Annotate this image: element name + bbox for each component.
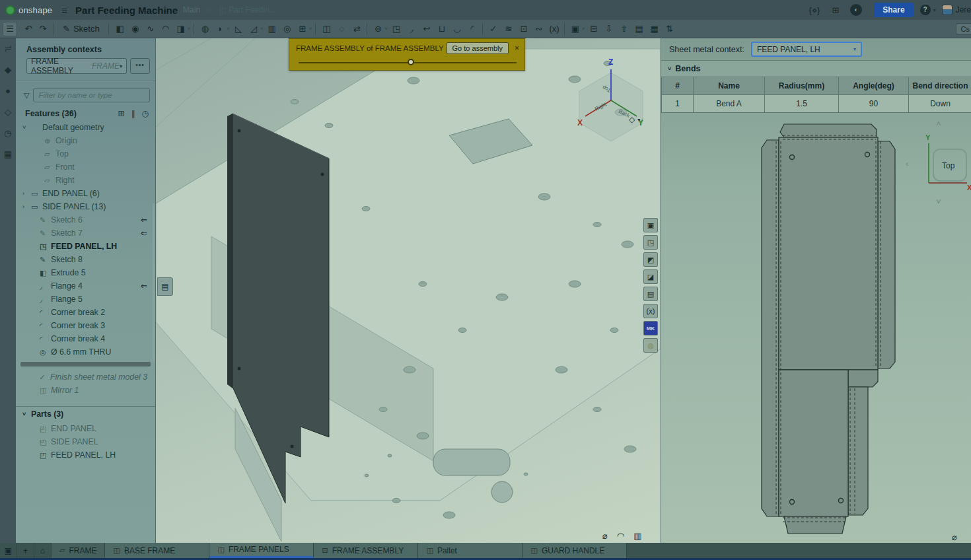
viewport-tool-button[interactable]: (x)	[643, 304, 658, 318]
feature-tree-item[interactable]: › ▭ END PANEL (6)	[16, 187, 155, 200]
context-slider-knob[interactable]	[408, 59, 414, 65]
toolbar-tool-icon[interactable]: ⊞	[295, 22, 310, 35]
feature-tree-item[interactable]: ◳ FEED PANEL, LH	[16, 240, 155, 253]
featurescript-icon[interactable]: {⋄}	[809, 5, 820, 15]
onshape-logo-icon[interactable]	[5, 5, 15, 15]
ai-assistant-icon[interactable]: ◐	[850, 4, 862, 16]
toolbar-tool-icon[interactable]: ⇄	[349, 22, 365, 35]
bend-row[interactable]: 1 Bend A 1.5 90 Down	[662, 94, 971, 112]
measure-tool-icon[interactable]: ◠	[617, 531, 624, 541]
strip-icon[interactable]: ◷	[4, 128, 11, 138]
bend-name[interactable]: Bend A	[694, 94, 765, 112]
part-list-item[interactable]: ◰ SIDE PANEL	[16, 435, 155, 448]
viewport-tool-button[interactable]: ◍	[643, 338, 658, 353]
rotate-up-icon[interactable]: ˄	[936, 119, 941, 129]
toolbar-tool-icon[interactable]: ⊡	[516, 22, 532, 35]
feature-tree-item[interactable]: ▱ Top	[16, 147, 155, 160]
assembly-context-select[interactable]: FRAME ASSEMBLY FRAME ▾	[26, 58, 127, 74]
parts-section-header[interactable]: ˅ Parts (3)	[16, 406, 155, 421]
document-chip[interactable]: ◫ Part Feedin...	[219, 5, 276, 15]
feature-tree-item[interactable]: › ▭ SIDE PANEL (13)	[16, 200, 155, 213]
feature-tree-item[interactable]: ◫ Mirror 1	[16, 384, 155, 397]
measure-tool-icon[interactable]: ▥	[633, 531, 641, 541]
sheet-metal-context-select[interactable]: FEED PANEL, LH ▾	[751, 42, 862, 57]
document-tab[interactable]: ◫ FRAME PANELS	[209, 543, 314, 558]
toolbar-overflow-chip[interactable]: Cs	[956, 23, 971, 35]
toolbar-tool-icon[interactable]: ⊚	[370, 22, 386, 35]
bend-radius[interactable]: 1.5	[765, 94, 839, 112]
feature-list-toggle-icon[interactable]: ☰	[3, 22, 17, 36]
strip-icon[interactable]: ≓	[5, 44, 12, 53]
toolbar-chevron-icon[interactable]: ˅	[188, 26, 191, 32]
view-cube-menu[interactable]: ◇ ▾	[629, 115, 640, 124]
feature-tree-item[interactable]: ◜ Corner break 2	[16, 306, 155, 319]
feature-tree-item[interactable]: ˅ Default geometry	[16, 121, 155, 134]
feature-tree-item[interactable]: ◎ Ø 6.6 mm THRU	[16, 345, 155, 359]
workspace-label[interactable]: Main	[183, 5, 200, 15]
toolbar-chevron-icon[interactable]: ˅	[309, 26, 312, 32]
strip-icon[interactable]: ◇	[5, 107, 11, 117]
toolbar-tool-icon[interactable]: ◿	[246, 22, 262, 35]
toolbar-tool-icon[interactable]: ◳	[388, 22, 404, 35]
toolbar-tool-icon[interactable]: ◞	[404, 22, 419, 35]
feature-tree-item[interactable]: ✎ Sketch 6 ⇐	[16, 213, 155, 227]
go-to-assembly-button[interactable]: Go to assembly	[447, 42, 509, 54]
bend-angle[interactable]: 90	[839, 94, 909, 112]
toolbar-tool-icon[interactable]: ⇩	[601, 22, 617, 35]
parts-chevron-icon[interactable]: ˅	[22, 411, 31, 417]
toolbar-tool-icon[interactable]: ↩	[419, 22, 435, 35]
toolbar-chevron-icon[interactable]: ˅	[227, 26, 230, 32]
context-timeline-slider[interactable]	[299, 62, 517, 63]
toolbar-tool-icon[interactable]: ◍	[197, 22, 213, 35]
toolbar-tool-icon[interactable]: ⇧	[616, 22, 632, 35]
rotate-down-icon[interactable]: ˅	[936, 197, 941, 207]
document-tab[interactable]: ◫ GUARD HANDLE	[522, 543, 627, 558]
undo-button[interactable]: ↶	[21, 22, 36, 36]
app-store-icon[interactable]: ⊞	[832, 5, 839, 15]
bends-chevron-icon[interactable]: ˅	[668, 65, 671, 72]
toolbar-tool-icon[interactable]: ◜	[464, 22, 480, 35]
tab-manager-icon[interactable]: ▣	[0, 543, 17, 558]
hamburger-menu-icon[interactable]: ≡	[61, 5, 67, 16]
document-tab[interactable]: ◫ BASE FRAME	[105, 543, 209, 558]
tree-chevron-icon[interactable]: ›	[22, 190, 31, 197]
part-list-item[interactable]: ◰ FEED PANEL, LH	[16, 448, 155, 462]
model-3d-view[interactable]: Z X Y Right Back Top	[156, 38, 661, 543]
toolbar-tool-icon[interactable]: ∾	[531, 22, 547, 35]
view-cube-menu-icon[interactable]: ◇	[629, 115, 635, 124]
feature-tree-item[interactable]: ◧ Extrude 5	[16, 266, 155, 279]
toolbar-tool-icon[interactable]: ◡	[449, 22, 465, 35]
toolbar-tool-icon[interactable]: ⊟	[586, 22, 602, 35]
toolbar-chevron-icon[interactable]: ˅	[582, 26, 585, 32]
measure-tool-icon[interactable]: ⌀	[602, 531, 608, 541]
bend-direction[interactable]: Down	[909, 94, 971, 112]
flat-pattern-view[interactable]	[760, 119, 902, 542]
toolbar-tool-icon[interactable]: ◨	[173, 22, 189, 35]
feature-tree-item[interactable]	[20, 362, 151, 367]
help-caret-icon[interactable]: ▾	[933, 7, 936, 13]
feature-tree-item[interactable]: ✎ Sketch 7 ⇐	[16, 227, 155, 240]
strip-icon[interactable]: ◆	[5, 65, 11, 75]
viewport-tool-button[interactable]: ▤	[643, 287, 658, 301]
toolbar-tool-icon[interactable]: ▥	[264, 22, 280, 35]
graphics-area[interactable]: Z X Y Right Back Top FRAME ASSEMBLY of F…	[156, 38, 661, 543]
toolbar-tool-icon[interactable]: ▦	[647, 22, 663, 35]
fit-view-icon[interactable]: ⌀	[952, 532, 957, 542]
panel-scrollbar[interactable]	[153, 203, 155, 362]
viewport-tool-button[interactable]: ◩	[643, 252, 658, 267]
toolbar-tool-icon[interactable]: ◗	[212, 22, 228, 35]
features-header-icon[interactable]: ◷	[142, 109, 149, 118]
document-tab[interactable]: ▱ FRAME	[52, 543, 105, 558]
viewport-tool-button[interactable]: ▣	[643, 218, 658, 232]
toolbar-chevron-icon[interactable]: ˅	[260, 26, 264, 32]
feature-tree-item[interactable]: ◞ Flange 4 ⇐	[16, 279, 155, 293]
toolbar-tool-icon[interactable]: ⇅	[662, 22, 678, 35]
feature-tree-item[interactable]: ◞ Flange 5	[16, 293, 155, 306]
user-avatar[interactable]	[942, 5, 953, 15]
context-more-button[interactable]: •••	[130, 58, 150, 74]
sketch-button[interactable]: ✎ Sketch	[57, 24, 105, 34]
toolbar-tool-icon[interactable]: ◉	[127, 22, 143, 35]
features-header-icon[interactable]: ∥	[131, 109, 135, 118]
link-icon[interactable]: ∞	[207, 5, 213, 15]
tree-chevron-icon[interactable]: ˅	[22, 124, 31, 131]
